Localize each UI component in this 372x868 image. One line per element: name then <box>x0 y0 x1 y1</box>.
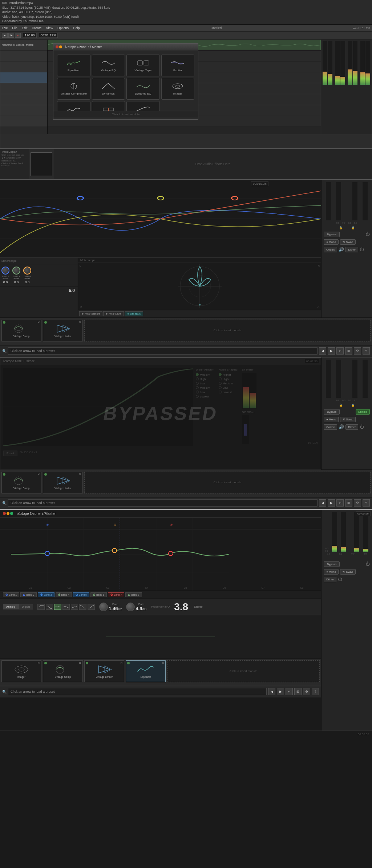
codec-button-2[interactable]: Codec <box>324 424 337 430</box>
menu-view[interactable]: View <box>46 26 53 30</box>
band-btn-8[interactable]: ⏻ Band 8 <box>125 592 142 597</box>
filter-shape-4[interactable] <box>62 604 70 610</box>
preset-gear-btn-2[interactable]: ⚙ <box>354 499 361 507</box>
preset-back-btn-1[interactable]: ↩ <box>336 347 344 355</box>
freq-knob[interactable] <box>99 603 108 611</box>
chain-module-vintage-limiter-3[interactable]: ✕ Vintage Limiter <box>84 660 124 682</box>
preset-prev-btn-1[interactable]: ◀ <box>319 347 326 355</box>
preset-prev-btn-2[interactable]: ◀ <box>319 499 326 507</box>
power-icon-2[interactable]: ⏻ <box>360 247 364 252</box>
insert-module-bar[interactable]: Click to insert module <box>53 111 198 117</box>
menu-create[interactable]: Create <box>32 26 42 30</box>
close-module-btn-5[interactable]: ✕ <box>37 661 40 665</box>
track-item[interactable] <box>0 51 47 61</box>
menu-edit[interactable]: Edit <box>22 26 28 30</box>
close-module-btn-3[interactable]: ✕ <box>37 473 40 476</box>
module-card-equalizer[interactable]: Equalizer <box>57 55 90 76</box>
band-btn-6[interactable]: ⏻ Band 6 <box>90 592 107 597</box>
play-button[interactable]: ▶ <box>8 33 14 38</box>
preset-help-btn-1[interactable]: ? <box>363 347 370 355</box>
close-module-btn-6[interactable]: ✕ <box>79 661 81 665</box>
filter-shape-3[interactable] <box>54 604 61 610</box>
preset-grid-btn-1[interactable]: ⊞ <box>345 347 352 355</box>
preset-help-btn-2[interactable]: ? <box>363 499 370 507</box>
preset-search-3[interactable]: Click an arrow to load a preset <box>8 688 267 695</box>
preset-gear-btn-1[interactable]: ⚙ <box>354 347 361 355</box>
close-module-btn-4[interactable]: ✕ <box>79 473 81 476</box>
band-btn-2[interactable]: ⏻ Band 2 <box>20 592 37 597</box>
chain-module-imager[interactable]: ✕ Imager <box>1 660 41 682</box>
menu-options[interactable]: Options <box>57 26 69 30</box>
module-card-vintage-comp[interactable]: Vintage Compressor <box>57 78 90 100</box>
ozone7-max-button[interactable] <box>10 512 13 515</box>
chain-module-vintage-comp-1[interactable]: ✕ Vintage Comp <box>1 320 41 341</box>
insert-placeholder-3[interactable]: Click to insert module <box>167 660 320 682</box>
track-item[interactable] <box>0 83 47 94</box>
band-btn-5[interactable]: ⏻ Band 5 <box>73 592 89 597</box>
track-item[interactable] <box>0 94 47 105</box>
swap-button-2[interactable]: ⟲ Swap <box>340 417 356 422</box>
module-card-maximizer[interactable]: Maximizer <box>126 101 160 111</box>
menu-file[interactable]: File <box>12 26 18 30</box>
swap-button-3[interactable]: ⟲ Swap <box>340 569 356 575</box>
track-item[interactable] <box>0 61 47 72</box>
band-btn-4[interactable]: ⏻ Band 4 <box>56 592 72 597</box>
ozone7-min-button[interactable] <box>7 512 9 515</box>
preset-back-btn-3[interactable]: ↩ <box>286 688 293 695</box>
module-card-vintage-limiter[interactable]: Vintage Limiter <box>92 101 125 111</box>
chain-module-vintage-comp-3[interactable]: ✕ Vintage Comp <box>43 660 83 682</box>
band2-knob[interactable] <box>12 267 20 275</box>
enable-button[interactable]: Enable <box>356 409 370 415</box>
module-card-dynamics[interactable]: Dynamics <box>92 78 125 100</box>
preset-search-2[interactable]: Click an arrow to load a preset <box>8 499 318 507</box>
module-card-vintage-tape[interactable]: Vintage Tape <box>126 55 160 76</box>
insert-placeholder-1[interactable]: Click to insert module <box>84 320 371 341</box>
tab-polar-sample[interactable]: ◈Polar Sample <box>79 311 102 316</box>
close-module-btn-2[interactable]: ✕ <box>79 321 81 324</box>
filter-shape-1[interactable] <box>37 604 45 610</box>
bypass-button-1[interactable]: Bypass <box>324 232 340 237</box>
module-card-imager[interactable]: Imager <box>161 78 195 100</box>
bypass-button-2[interactable]: Bypass <box>324 409 340 415</box>
chain-module-vintage-limiter-2[interactable]: ✕ Vintage Limiter <box>43 472 83 493</box>
filter-shape-7[interactable] <box>88 604 95 610</box>
filter-shape-6[interactable] <box>79 604 86 610</box>
window-minimize-button[interactable] <box>59 45 62 48</box>
preset-back-btn-2[interactable]: ↩ <box>336 499 344 507</box>
preset-search-1[interactable]: Click an arrow to load a preset <box>8 347 318 355</box>
dither-button-2[interactable]: Dither <box>345 424 358 430</box>
stop-button[interactable]: ■ <box>2 33 8 38</box>
module-card-exciter[interactable]: Exciter <box>161 55 195 76</box>
power-icon-4[interactable]: ⏻ <box>365 561 370 567</box>
track-item[interactable]: Networks of Basset - Midtail <box>0 40 47 51</box>
dither-button-1[interactable]: Dither <box>345 247 358 252</box>
menu-help[interactable]: Help <box>73 26 80 30</box>
gain-knob[interactable] <box>126 603 135 611</box>
digital-mode-btn[interactable]: Digital <box>19 604 33 609</box>
filter-shape-5[interactable] <box>71 604 78 610</box>
record-button[interactable]: ● <box>15 33 21 38</box>
filter-shape-2[interactable] <box>46 604 53 610</box>
power-icon-5[interactable]: ⏻ <box>338 577 342 582</box>
bypass-button-3[interactable]: Bypass <box>324 561 340 567</box>
speaker-icon-2[interactable]: 🔊 <box>339 424 344 430</box>
track-item-selected[interactable] <box>0 72 47 83</box>
window-close-button[interactable] <box>56 45 58 48</box>
band-btn-7[interactable]: ⏻ Band 7 <box>108 592 124 597</box>
dither-button-3[interactable]: Dither <box>324 577 336 582</box>
tab-lissajous[interactable]: ◈Lissajous <box>125 311 143 316</box>
close-module-btn-1[interactable]: ✕ <box>37 321 40 324</box>
band3-knob[interactable] <box>23 267 31 275</box>
tab-polar-level[interactable]: ◈Polar Level <box>103 311 124 316</box>
power-icon-1[interactable]: ⏻ <box>365 232 370 237</box>
menu-live[interactable]: Live <box>2 26 8 30</box>
preset-gear-btn-3[interactable]: ⚙ <box>303 688 310 695</box>
analog-mode-btn[interactable]: Analog <box>3 604 19 609</box>
chain-module-vintage-limiter-1[interactable]: ✕ Vintage Limiter <box>43 320 83 341</box>
chain-module-equalizer[interactable]: ✕ Equalizer <box>126 660 166 682</box>
preset-next-btn-2[interactable]: ▶ <box>328 499 335 507</box>
band1-knob[interactable] <box>1 267 9 275</box>
preset-prev-btn-3[interactable]: ◀ <box>268 688 275 695</box>
preset-grid-btn-2[interactable]: ⊞ <box>345 499 352 507</box>
preset-next-btn-1[interactable]: ▶ <box>328 347 335 355</box>
